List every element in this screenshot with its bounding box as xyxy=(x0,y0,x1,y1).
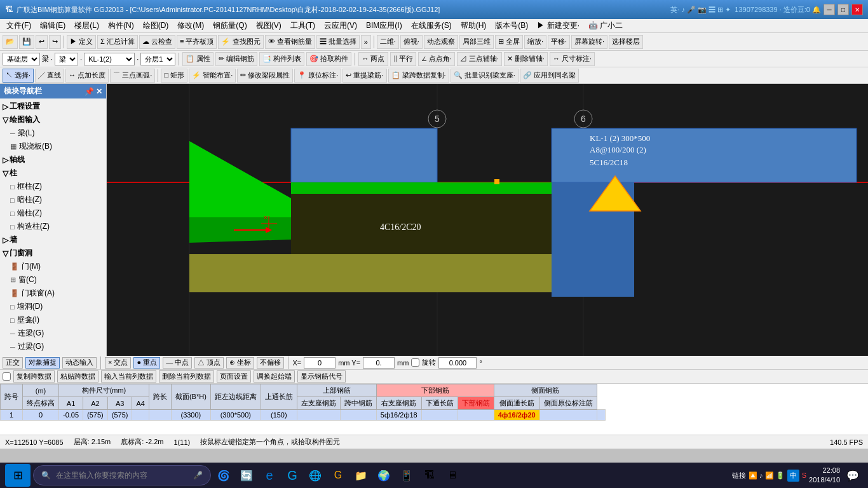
sidebar-item-beam-l[interactable]: ─ 梁(L) xyxy=(0,126,106,140)
taskbar-app1[interactable]: 🌀 xyxy=(214,465,234,485)
re-extract-button[interactable]: ↩ 重提梁筋· xyxy=(342,69,386,83)
menu-floor[interactable]: 楼层(L) xyxy=(71,19,103,32)
rotate-input[interactable] xyxy=(438,357,477,369)
sidebar-item-slab[interactable]: ▦ 现浇板(B) xyxy=(0,140,106,153)
component-list-button[interactable]: 📑 构件列表 xyxy=(259,52,304,66)
subtype-select[interactable]: 梁 xyxy=(55,53,78,65)
paste-span-data-button[interactable]: 粘贴跨数据 xyxy=(57,370,98,383)
taskbar-app2[interactable]: 🔄 xyxy=(236,465,257,485)
rebar-code-button[interactable]: 显示钢筋代号 xyxy=(297,370,346,383)
start-button[interactable]: ⊞ xyxy=(5,464,31,487)
taskbar-app5[interactable]: 🌐 xyxy=(305,465,325,485)
dim-note-button[interactable]: ↔ 尺寸标注· xyxy=(550,52,595,66)
input-col-data-button[interactable]: 输入当前列数据 xyxy=(101,370,156,383)
sidebar-item-coupling-beam[interactable]: ─ 连梁(G) xyxy=(0,327,106,340)
sidebar-item-door[interactable]: 🚪 门(M) xyxy=(0,260,106,273)
menu-online[interactable]: 在线服务(S) xyxy=(407,19,456,32)
taskbar-app6[interactable]: G xyxy=(328,465,348,485)
2d-view-button[interactable]: 二维· xyxy=(377,35,399,49)
taskbar-app11[interactable]: 🖥 xyxy=(442,465,463,485)
taskbar-app7[interactable]: 📁 xyxy=(351,465,371,485)
select-floor-button[interactable]: 选择楼层 xyxy=(609,35,643,49)
more-button[interactable]: » xyxy=(361,35,371,49)
menu-cloud[interactable]: 云应用(V) xyxy=(320,19,361,32)
close-button[interactable]: ✕ xyxy=(851,4,863,15)
coordinate-button[interactable]: ⊕ 坐标 xyxy=(226,357,254,369)
batch-identify-button[interactable]: 🔍 批量识别梁支座· xyxy=(451,69,519,83)
apply-same-name-button[interactable]: 🔗 应用到同名梁 xyxy=(520,69,579,83)
menu-draw[interactable]: 绘图(D) xyxy=(139,19,173,32)
menu-modify[interactable]: 修改(M) xyxy=(173,19,208,32)
table-row[interactable]: 1 0 -0.05 (575) (575) (3300) (300*500) (… xyxy=(1,410,606,421)
center-button[interactable]: ● 重点 xyxy=(133,357,160,369)
snap-button[interactable]: 对象捕捉 xyxy=(25,357,60,369)
taskbar-app8[interactable]: 🌍 xyxy=(374,465,394,485)
sidebar-item-drawing[interactable]: ▽绘图输入 xyxy=(0,113,106,126)
dynamic-view-button[interactable]: 动态观察 xyxy=(424,35,458,49)
copy-span-data-button[interactable]: 复制跨数据 xyxy=(13,370,55,383)
find-element-button[interactable]: ⚡ 查找图元 xyxy=(218,35,263,49)
parallel-button[interactable]: ‖ 平行 xyxy=(390,52,416,66)
rect-button[interactable]: □ 矩形 xyxy=(161,69,187,83)
table-checkbox[interactable] xyxy=(3,372,11,381)
smart-layout-button[interactable]: ⚡ 智能布置· xyxy=(189,69,236,83)
sidebar-item-lintel[interactable]: ─ 过梁(G) xyxy=(0,340,106,353)
layer-select[interactable]: 基础层 xyxy=(3,53,40,65)
x-input[interactable] xyxy=(304,357,336,369)
del-aux-button[interactable]: ✕ 删除辅轴· xyxy=(504,52,548,66)
pick-component-button[interactable]: 🎯 拾取构件 xyxy=(306,52,351,66)
sidebar-item-column[interactable]: ▽柱 xyxy=(0,166,106,180)
y-input[interactable] xyxy=(363,357,395,369)
menu-help[interactable]: 帮助(H) xyxy=(457,19,491,32)
view-rebar-button[interactable]: 👁 查看钢筋量 xyxy=(265,35,315,49)
minimize-button[interactable]: ─ xyxy=(824,4,835,15)
notifications-button[interactable]: 💬 xyxy=(843,465,863,485)
modify-segment-button[interactable]: ✏ 修改梁段属性 xyxy=(237,69,293,83)
save-button[interactable]: 💾 xyxy=(19,35,34,49)
cloud-check-button[interactable]: ☁ 云检查 xyxy=(139,35,175,49)
local-3d-button[interactable]: 局部三维 xyxy=(459,35,494,49)
copy-span-button[interactable]: 📋 梁跨数据复制· xyxy=(388,69,449,83)
pan-button[interactable]: 平移· xyxy=(548,35,570,49)
redo-button[interactable]: ↪ xyxy=(49,35,61,49)
taskbar-app4[interactable]: G xyxy=(282,465,302,485)
top-view-button[interactable]: 俯视· xyxy=(400,35,423,49)
sidebar-item-end-col[interactable]: □ 端柱(Z) xyxy=(0,207,106,220)
sidebar-controls[interactable]: 📌 ✕ xyxy=(85,87,102,96)
data-table-wrapper[interactable]: 跨号 (m) 构件尺寸(mm) 跨长 截面(B*H) 距左边线距离 上通长筋 上… xyxy=(0,384,868,435)
fullscreen-button[interactable]: ⊞ 全屏 xyxy=(495,35,523,49)
menu-component[interactable]: 构件(N) xyxy=(104,19,138,32)
menu-version[interactable]: 版本号(B) xyxy=(491,19,532,32)
sidebar-item-door-win-comb[interactable]: 🚪 门联窗(A) xyxy=(0,287,106,300)
intersection-button[interactable]: × 交点 xyxy=(105,357,131,369)
title-bar-right[interactable]: 英· ♪ 🎤 📷 ☰ ⊞ ✦ 13907298339 · 造价豆:0 🔔 ─ □… xyxy=(670,4,863,15)
maximize-button[interactable]: □ xyxy=(837,4,849,15)
element-select[interactable]: KL-1(2) xyxy=(84,53,135,65)
sidebar-item-axis[interactable]: ▷轴线 xyxy=(0,153,106,166)
sidebar-item-frame-col[interactable]: □ 框柱(Z) xyxy=(0,180,106,193)
rotate-checkbox[interactable] xyxy=(411,358,419,367)
swap-start-button[interactable]: 调换起始端 xyxy=(254,370,295,383)
new-button[interactable]: 📂 xyxy=(3,35,18,49)
point-angle-button[interactable]: ∠ 点点角· xyxy=(418,52,455,66)
edit-rebar-button[interactable]: ✏ 编辑钢筋 xyxy=(215,52,257,66)
batch-select-button[interactable]: ☰ 批量选择 xyxy=(316,35,360,49)
input-method[interactable]: 中 xyxy=(787,470,799,482)
sidebar-item-niche[interactable]: □ 壁龛(I) xyxy=(0,313,106,327)
del-col-data-button[interactable]: 删除当前列数据 xyxy=(159,370,214,383)
sidebar-item-wall[interactable]: ▷墙 xyxy=(0,233,106,247)
point-extend-button[interactable]: ↔ 点加长度 xyxy=(65,69,109,83)
line-button[interactable]: ╱ 直线 xyxy=(35,69,64,83)
align-top-button[interactable]: ≡ 平齐板顶 xyxy=(177,35,217,49)
sidebar-item-window[interactable]: ⊞ 窗(C) xyxy=(0,273,106,287)
define-button[interactable]: ▶ 定义 xyxy=(67,35,96,49)
taskbar-time[interactable]: 22:08 2018/4/10 xyxy=(809,466,840,485)
menu-guangxiao[interactable]: 🤖 广小二 xyxy=(585,19,627,32)
sidebar-item-strip-hole[interactable]: □ 带形洞 xyxy=(0,353,106,356)
menu-tools[interactable]: 工具(T) xyxy=(287,19,319,32)
sidebar-item-wall-hole[interactable]: □ 墙洞(D) xyxy=(0,300,106,313)
three-point-aux-button[interactable]: ⊿ 三点辅轴· xyxy=(457,52,502,66)
property-button[interactable]: 📋 属性 xyxy=(182,52,214,66)
vertex-button[interactable]: △ 顶点 xyxy=(194,357,224,369)
in-place-note-button[interactable]: 📍 原位标注· xyxy=(294,69,341,83)
